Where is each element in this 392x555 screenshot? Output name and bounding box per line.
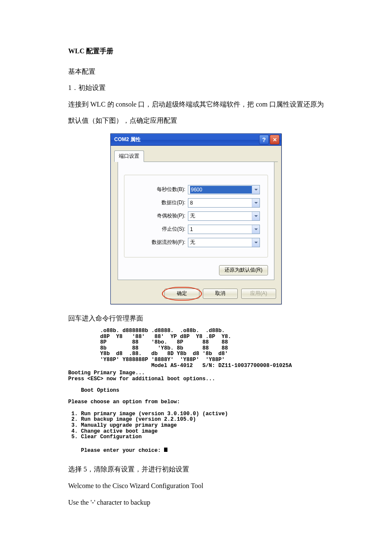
chevron-down-icon[interactable] — [252, 238, 259, 247]
com-properties-dialog: COM2 属性 ? ✕ 端口设置 每秒位数(B): 9600 — [110, 133, 282, 304]
row-flowcontrol: 数据流控制(F): 无 — [128, 238, 260, 247]
row-stopbits: 停止位(S): 1 — [128, 225, 260, 234]
select-baud[interactable]: 9600 — [188, 185, 260, 194]
row-databits: 数据位(D): 8 — [128, 198, 260, 208]
doc-step-1: 1．初始设置 — [68, 80, 324, 96]
fieldset: 每秒位数(B): 9600 数据位(D): 8 — [124, 175, 268, 257]
doc-welcome-line: Welcome to the Cisco Wizard Configuratio… — [68, 478, 324, 493]
select-flowcontrol[interactable]: 无 — [188, 238, 260, 247]
dialog-titlebar: COM2 属性 ? ✕ — [111, 134, 281, 146]
ok-button[interactable]: 确定 — [164, 289, 199, 299]
close-button[interactable]: ✕ — [270, 135, 280, 145]
label-flowcontrol: 数据流控制(F): — [128, 239, 188, 246]
select-stopbits[interactable]: 1 — [188, 225, 260, 234]
cursor-icon — [164, 448, 167, 452]
label-databits: 数据位(D): — [128, 199, 188, 206]
dialog-button-row: 确定 取消 应用(A) — [111, 283, 281, 304]
select-flowcontrol-value: 无 — [190, 239, 252, 246]
doc-after-dialog: 回车进入命令行管理界面 — [68, 310, 324, 327]
row-parity: 奇偶校验(P): 无 — [128, 211, 260, 221]
label-parity: 奇偶校验(P): — [128, 212, 188, 220]
tab-strip: 端口设置 每秒位数(B): 9600 数据位(D): — [111, 146, 281, 280]
tab-pane: 每秒位数(B): 9600 数据位(D): 8 — [118, 162, 274, 280]
document-page: WLC 配置手册 基本配置 1．初始设置 连接到 WLC 的 console 口… — [0, 0, 392, 555]
doc-backup-hint: Use the '-' character to backup — [68, 495, 324, 510]
doc-section-heading: 基本配置 — [68, 64, 324, 80]
restore-defaults-button[interactable]: 还原为默认值(R) — [219, 265, 268, 275]
doc-choose-5: 选择 5，清除原有设置，并进行初始设置 — [68, 462, 324, 477]
apply-button[interactable]: 应用(A) — [241, 289, 276, 299]
select-databits-value: 8 — [190, 200, 252, 206]
row-baud: 每秒位数(B): 9600 — [128, 185, 260, 194]
label-baud: 每秒位数(B): — [128, 186, 188, 193]
select-baud-value: 9600 — [190, 186, 252, 194]
boot-ascii-art: .o88b. d888888b .d8888. .o88b. .d88b. d8… — [68, 328, 324, 369]
boot-output: Booting Primary Image... Press <ESC> now… — [68, 370, 324, 440]
tab-port-settings[interactable]: 端口设置 — [114, 150, 144, 162]
chevron-down-icon[interactable] — [252, 212, 259, 220]
help-button[interactable]: ? — [259, 135, 269, 145]
chevron-down-icon[interactable] — [252, 199, 259, 207]
chevron-down-icon[interactable] — [252, 225, 259, 234]
doc-main-title: WLC 配置手册 — [68, 47, 324, 56]
ok-highlight: 确定 — [164, 289, 199, 299]
select-parity[interactable]: 无 — [188, 211, 260, 221]
cancel-button[interactable]: 取消 — [203, 289, 238, 299]
chevron-down-icon[interactable] — [252, 185, 259, 194]
label-stopbits: 停止位(S): — [128, 225, 188, 233]
doc-intro-paragraph: 连接到 WLC 的 console 口，启动超级终端或其它终端软件，把 com … — [68, 96, 324, 129]
select-stopbits-value: 1 — [190, 226, 252, 232]
dialog-title-text: COM2 属性 — [114, 136, 258, 143]
select-databits[interactable]: 8 — [188, 198, 260, 208]
dialog-container: COM2 属性 ? ✕ 端口设置 每秒位数(B): 9600 — [68, 133, 324, 304]
boot-prompt-text: Please enter your choice: — [81, 448, 164, 454]
select-parity-value: 无 — [190, 212, 252, 220]
boot-prompt-line: Please enter your choice: — [68, 442, 324, 460]
